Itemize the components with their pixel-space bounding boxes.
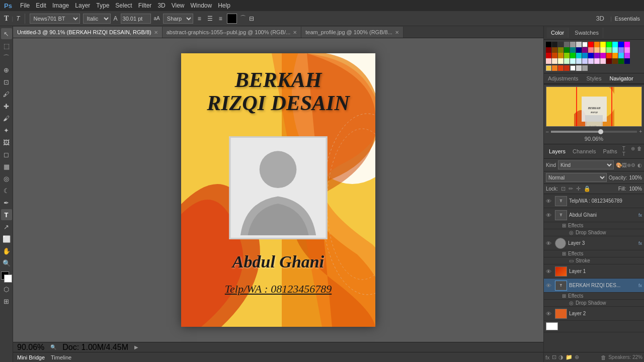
adjustments-tab[interactable]: Adjustments xyxy=(544,73,583,83)
swatch[interactable] xyxy=(570,42,576,47)
swatch[interactable] xyxy=(582,65,588,71)
new-group-btn[interactable]: 📁 xyxy=(566,354,573,360)
visibility-eye[interactable]: 👁 xyxy=(546,268,553,275)
swatch[interactable] xyxy=(576,47,582,53)
layer-3[interactable]: 👁 Layer 3 fx xyxy=(544,236,644,250)
swatch[interactable] xyxy=(612,58,618,64)
menu-file[interactable]: File xyxy=(20,2,30,9)
swatch[interactable] xyxy=(588,53,594,58)
swatch[interactable] xyxy=(624,58,630,64)
bg-color-swatch[interactable] xyxy=(546,322,558,330)
history-tool[interactable]: 🖼 xyxy=(1,137,12,148)
swatch[interactable] xyxy=(552,58,557,64)
timeline-tab[interactable]: Timeline xyxy=(51,354,71,360)
align-left-icon[interactable]: ≡ xyxy=(196,15,203,23)
channels-tab[interactable]: Channels xyxy=(570,147,599,156)
swatch[interactable] xyxy=(588,47,594,53)
layer-abdulghani[interactable]: 👁 T Abdul Ghani fx xyxy=(544,208,644,222)
swatch[interactable] xyxy=(606,58,612,64)
swatch[interactable] xyxy=(600,58,606,64)
swatch[interactable] xyxy=(546,42,551,47)
opacity-value[interactable]: 100% xyxy=(629,175,642,180)
crop-tool[interactable]: ⊡ xyxy=(1,76,12,87)
swatch[interactable] xyxy=(552,47,557,53)
swatch[interactable] xyxy=(558,53,564,58)
zoom-in-icon[interactable]: + xyxy=(639,129,642,134)
swatch[interactable] xyxy=(582,42,588,47)
move-tool[interactable]: ↖ xyxy=(1,28,12,39)
swatch[interactable] xyxy=(570,53,576,58)
swatch[interactable] xyxy=(606,47,612,53)
swatch[interactable] xyxy=(624,47,630,53)
swatch[interactable] xyxy=(606,42,612,47)
navigator-thumbnail[interactable]: BERKAH RIZQI Abdul Ghani 08123456789 xyxy=(546,86,642,127)
swatch[interactable] xyxy=(552,42,557,47)
kind-select[interactable]: Kind xyxy=(558,160,614,169)
layer-icons[interactable]: T T xyxy=(622,146,629,157)
gradient-tool[interactable]: ▦ xyxy=(1,161,12,172)
menu-filter[interactable]: Filter xyxy=(138,2,152,9)
eyedropper-tool[interactable]: 🖋 xyxy=(1,88,12,100)
type-tool[interactable]: T xyxy=(1,209,12,220)
layer-telp[interactable]: 👁 T Telp/WA : 08123456789 xyxy=(544,194,644,208)
dodge-tool[interactable]: ☾ xyxy=(1,185,12,196)
swatch[interactable] xyxy=(600,47,606,53)
swatch[interactable] xyxy=(624,53,630,58)
swatch[interactable] xyxy=(582,53,588,58)
layer-adjustment-btn[interactable]: ◑ xyxy=(558,354,564,360)
swatch[interactable] xyxy=(582,58,588,64)
visibility-eye[interactable]: 👁 xyxy=(546,198,553,204)
text-color-swatch[interactable] xyxy=(227,14,237,24)
mask-mode-icon[interactable]: ⬡ xyxy=(1,284,12,295)
styles-tab[interactable]: Styles xyxy=(583,73,606,83)
shape-tool[interactable]: ⬜ xyxy=(1,233,12,244)
font-size-input[interactable] xyxy=(121,14,151,24)
swatch[interactable] xyxy=(546,53,551,58)
swatch[interactable] xyxy=(576,65,582,71)
swatch[interactable] xyxy=(618,53,624,58)
swatch[interactable] xyxy=(606,53,612,58)
mini-bridge-tab[interactable]: Mini Bridge xyxy=(17,354,45,360)
swatch[interactable] xyxy=(564,47,570,53)
swatch[interactable] xyxy=(576,53,582,58)
navigator-tab[interactable]: Navigator xyxy=(606,73,637,83)
menu-type[interactable]: Type xyxy=(96,2,109,9)
swatch[interactable] xyxy=(558,47,564,53)
delete-layer-icon[interactable]: 🗑 xyxy=(637,146,642,157)
menu-select[interactable]: Select xyxy=(115,2,132,9)
swatches-tab[interactable]: Swatches xyxy=(571,28,603,38)
text-tool-icon[interactable]: T xyxy=(4,15,9,23)
lock-all-icon[interactable]: 🔒 xyxy=(584,186,591,192)
blur-tool[interactable]: ◎ xyxy=(1,173,12,184)
zoom-icon[interactable]: 🔍 xyxy=(50,344,56,350)
swatch[interactable] xyxy=(558,65,564,71)
lasso-tool[interactable]: ⌒ xyxy=(1,52,12,63)
swatch[interactable] xyxy=(612,42,618,47)
font-style-select[interactable]: Italic xyxy=(83,14,111,24)
essentials-label[interactable]: Essentials xyxy=(615,16,640,22)
lock-paint-icon[interactable]: ✏ xyxy=(569,186,573,192)
swatch[interactable] xyxy=(600,53,606,58)
path-select-tool[interactable]: ↗ xyxy=(1,221,12,232)
brush-tool[interactable]: 🖌 xyxy=(1,113,12,124)
visibility-eye[interactable]: 👁 xyxy=(546,240,553,246)
character-paragraph-icon[interactable]: ⊟ xyxy=(249,15,254,22)
tab-close-2[interactable]: ✕ xyxy=(395,30,399,35)
align-center-icon[interactable]: ☰ xyxy=(206,15,214,23)
swatch[interactable] xyxy=(594,42,600,47)
swatch[interactable] xyxy=(612,47,618,53)
anti-alias-select[interactable]: Sharp xyxy=(163,14,193,24)
doc-info-arrow[interactable]: ▶ xyxy=(134,344,138,350)
healing-tool[interactable]: ✚ xyxy=(1,101,12,112)
new-layer-btn[interactable]: ⊕ xyxy=(575,354,579,360)
lock-pixel-icon[interactable]: ⊡ xyxy=(561,186,566,192)
zoom-slider[interactable] xyxy=(551,131,637,133)
menu-help[interactable]: Help xyxy=(218,2,230,9)
menu-layer[interactable]: Layer xyxy=(75,2,90,9)
swatch[interactable] xyxy=(570,47,576,53)
font-family-select[interactable]: News701 BT xyxy=(30,14,80,24)
swatch[interactable] xyxy=(564,53,570,58)
swatch[interactable] xyxy=(600,42,606,47)
swatch[interactable] xyxy=(564,42,570,47)
selection-tool[interactable]: ⬚ xyxy=(1,40,12,51)
